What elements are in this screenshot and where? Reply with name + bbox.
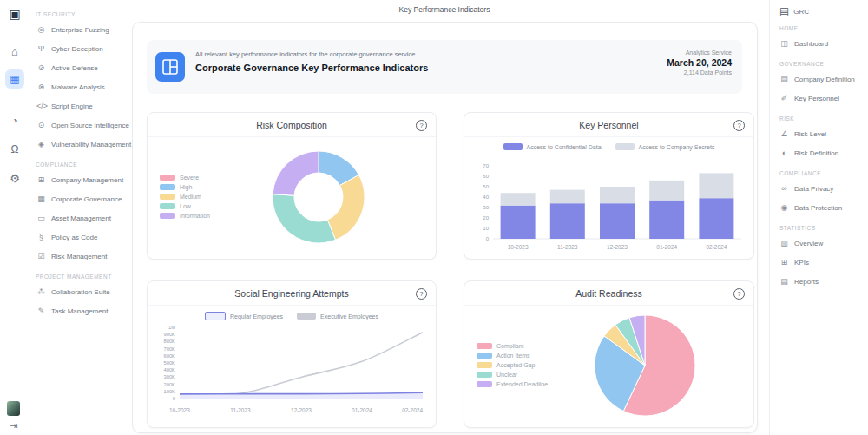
social-engineering-attempts-legend: Regular EmployeesExecutive Employees bbox=[148, 312, 436, 320]
rightnav-item-dashboard[interactable]: ◫Dashboard bbox=[770, 34, 868, 53]
sidebar-item-script-engine[interactable]: </>Script Engine bbox=[30, 96, 132, 115]
left-nav: IT SECURITY◎Enterprise FuzzingΨCyber Dec… bbox=[30, 0, 132, 435]
sidebar-item-enterprise-fuzzing[interactable]: ◎Enterprise Fuzzing bbox=[30, 20, 132, 39]
kpi-header-text: All relevant key performance indicators … bbox=[195, 50, 428, 73]
key-personnel-bar-access-to-confidential-data-12-2023[interactable] bbox=[600, 203, 635, 239]
vulnerability-management-icon: ◈ bbox=[36, 140, 46, 148]
svg-text:300K: 300K bbox=[163, 374, 175, 379]
home-icon[interactable]: ⌂ bbox=[5, 42, 24, 61]
rightnav-item-overview[interactable]: ▥Overview bbox=[770, 234, 868, 253]
chart-card-key-personnel: Key Personnel ? Access to Confidential D… bbox=[464, 112, 754, 260]
main-card: All relevant key performance indicators … bbox=[132, 22, 758, 433]
logout-icon[interactable]: ⇥ bbox=[7, 419, 20, 432]
rightnav-item-risk-definition[interactable]: ◐Risk Definition bbox=[770, 143, 868, 162]
risk-composition-slice-information[interactable] bbox=[273, 151, 319, 195]
sidebar-section-it-security: IT SECURITY bbox=[36, 11, 132, 17]
sidebar-item-asset-management[interactable]: ▭Asset Management bbox=[30, 208, 132, 227]
script-engine-icon: </> bbox=[36, 102, 46, 110]
sidebar-item-active-defense[interactable]: ⊘Active Defense bbox=[30, 58, 132, 77]
help-icon[interactable]: ? bbox=[416, 288, 427, 300]
sidebar-item-corporate-governance[interactable]: ▦Corporate Governance bbox=[30, 189, 132, 208]
rightnav-item-data-protection[interactable]: ◉Data Protection bbox=[770, 198, 868, 217]
legend-swatch bbox=[477, 362, 492, 368]
svg-text:30: 30 bbox=[483, 205, 489, 210]
sidebar-item-collaboration-suite[interactable]: ⁂Collaboration Suite bbox=[30, 282, 132, 301]
meta-data-points: 2,114 Data Points bbox=[667, 69, 732, 76]
sidebar-item-open-source-intelligence[interactable]: ⊙Open Source Intelligence bbox=[30, 115, 132, 135]
sidebar-item-malware-analysis[interactable]: ⊗Malware Analysis bbox=[30, 77, 132, 96]
key-personnel-bar-access-to-company-secrets-01-2024[interactable] bbox=[649, 181, 684, 201]
svg-text:400K: 400K bbox=[163, 367, 175, 372]
collaboration-suite-icon: ⁂ bbox=[36, 287, 46, 296]
modules-icon[interactable]: ▦ bbox=[5, 69, 24, 89]
page-title: Key Performance Indicators bbox=[132, 5, 757, 14]
enterprise-fuzzing-icon: ◎ bbox=[36, 25, 46, 34]
svg-text:20: 20 bbox=[483, 215, 489, 221]
rightnav-item-kpis[interactable]: ⊞KPIs bbox=[770, 253, 868, 272]
svg-text:01-2024: 01-2024 bbox=[656, 244, 677, 250]
rightnav-section-governance: GOVERNANCE bbox=[779, 61, 868, 67]
key-personnel-bar-access-to-confidential-data-02-2024[interactable] bbox=[699, 198, 733, 239]
rightnav-item-data-privacy[interactable]: ∞Data Privacy bbox=[770, 179, 868, 198]
help-icon[interactable]: ? bbox=[733, 288, 745, 300]
asset-management-icon: ▭ bbox=[36, 214, 46, 222]
chart-card-audit-readiness: Audit Readiness ? CompliantAction ItemsA… bbox=[464, 280, 754, 428]
analytics-icon[interactable]: ◔ bbox=[5, 111, 24, 130]
key-personnel-bar-access-to-confidential-data-11-2023[interactable] bbox=[550, 203, 585, 239]
malware-analysis-icon: ⊗ bbox=[36, 82, 46, 91]
key-personnel-bar-access-to-company-secrets-10-2023[interactable] bbox=[501, 193, 536, 205]
legend-item-regular-employees: Regular Employees bbox=[205, 312, 283, 320]
chart-title-social-engineering-attempts: Social Engineering Attempts bbox=[148, 288, 436, 299]
svg-text:02-2024: 02-2024 bbox=[402, 407, 423, 413]
overview-icon: ▥ bbox=[779, 239, 789, 247]
key-personnel-bar-access-to-company-secrets-02-2024[interactable] bbox=[699, 173, 733, 198]
rightnav-item-key-personnel[interactable]: ✐Key Personnel bbox=[770, 89, 868, 108]
svg-text:700K: 700K bbox=[163, 346, 175, 352]
key-personnel-bar-access-to-confidential-data-10-2023[interactable] bbox=[501, 206, 536, 239]
app-logo-icon[interactable]: ▣ bbox=[5, 4, 24, 23]
open-source-intelligence-icon: ⊙ bbox=[36, 121, 46, 129]
svg-text:11-2023: 11-2023 bbox=[230, 407, 251, 413]
key-personnel-bar-access-to-confidential-data-01-2024[interactable] bbox=[649, 201, 684, 239]
right-nav: ▤ GRC HOME◫DashboardGOVERNANCE▤Company D… bbox=[769, 0, 868, 435]
help-icon[interactable]: ? bbox=[416, 120, 427, 131]
legend-item-compliant: Compliant bbox=[477, 343, 548, 349]
help-icon[interactable]: ? bbox=[733, 120, 745, 131]
meta-date: March 20, 2024 bbox=[667, 57, 732, 68]
svg-text:200K: 200K bbox=[163, 382, 175, 387]
svg-text:500K: 500K bbox=[163, 360, 175, 366]
rightnav-section-compliance: COMPLIANCE bbox=[779, 170, 868, 176]
risk-composition-legend: SevereHighMediumLowInformation bbox=[160, 175, 210, 219]
sidebar-item-task-management[interactable]: ✎Task Management bbox=[30, 301, 132, 320]
legend-swatch bbox=[297, 313, 316, 320]
settings-icon[interactable]: ⚙ bbox=[5, 168, 24, 188]
key-personnel-bar-access-to-company-secrets-12-2023[interactable] bbox=[600, 187, 635, 203]
sidebar-section-project-management: PROJECT MANAGEMENT bbox=[36, 274, 132, 280]
grc-logo[interactable]: ▤ GRC bbox=[779, 5, 868, 17]
sidebar-item-company-management[interactable]: ⊞Company Management bbox=[30, 170, 132, 189]
legend-item-low: Low bbox=[160, 203, 210, 209]
key-personnel-bar-access-to-company-secrets-11-2023[interactable] bbox=[550, 190, 585, 204]
rightnav-section-risk: RISK bbox=[779, 115, 868, 122]
risk-composition-slice-low[interactable] bbox=[273, 194, 336, 243]
main-area: Key Performance Indicators All relevant … bbox=[132, 0, 757, 435]
legend-item-access-to-company-secrets: Access to Company Secrets bbox=[615, 143, 715, 150]
notifications-icon[interactable]: Ω bbox=[5, 140, 24, 159]
user-avatar[interactable] bbox=[7, 401, 20, 416]
page: ▣⌂▦◔Ω⚙ ⇥ IT SECURITY◎Enterprise FuzzingΨ… bbox=[0, 0, 868, 435]
sidebar-item-cyber-deception[interactable]: ΨCyber Deception bbox=[30, 39, 132, 58]
rightnav-item-company-definition[interactable]: ▤Company Definition bbox=[770, 69, 868, 89]
audit-readiness-legend: CompliantAction ItemsAccepted GapUnclear… bbox=[477, 343, 548, 387]
social-engineering-attempts-line-executive-employees[interactable] bbox=[180, 333, 423, 395]
risk-composition-slice-medium[interactable] bbox=[327, 175, 365, 240]
social-engineering-attempts-line-regular-employees[interactable] bbox=[180, 392, 423, 394]
legend-swatch bbox=[160, 203, 175, 209]
sidebar-item-policy-as-code[interactable]: §Policy as Code bbox=[30, 227, 132, 247]
svg-text:800K: 800K bbox=[163, 339, 175, 344]
kpi-header-subtitle: All relevant key performance indicators … bbox=[195, 50, 428, 58]
dashboard-icon: ◫ bbox=[779, 39, 789, 48]
rightnav-item-risk-level[interactable]: ∠Risk Level bbox=[770, 124, 868, 143]
sidebar-item-vulnerability-management[interactable]: ◈Vulnerability Management bbox=[30, 135, 132, 154]
rightnav-item-reports[interactable]: ▤Reports bbox=[770, 272, 868, 291]
sidebar-item-risk-management[interactable]: ☑Risk Management bbox=[30, 247, 132, 266]
